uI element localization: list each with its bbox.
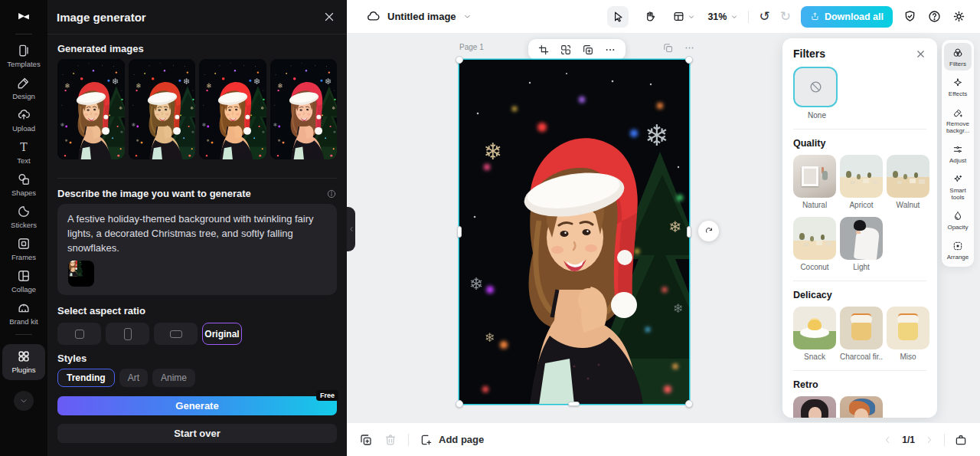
panel-collapse-handle[interactable] [347, 207, 355, 251]
sidebar-item-stickers[interactable]: Stickers [2, 204, 45, 230]
filter-thumb [887, 307, 929, 349]
aspect-portrait-button[interactable] [106, 323, 149, 345]
tool-arrange[interactable]: Arrange [944, 236, 972, 264]
document-title-menu[interactable]: Untitled image [366, 9, 472, 24]
sidebar-item-brand-kit[interactable]: Brand kit [2, 300, 45, 326]
settings-gear-icon[interactable] [952, 9, 966, 24]
sidebar-item-frames[interactable]: Frames [2, 236, 45, 262]
sidebar-item-shapes[interactable]: Shapes [2, 172, 45, 198]
canvas-image[interactable] [459, 60, 689, 404]
tool-effects[interactable]: Effects [944, 73, 972, 100]
duplicate-icon[interactable] [582, 44, 594, 56]
sidebar-item-plugins[interactable]: Plugins [2, 344, 45, 380]
topbar: Untitled image 31% ↺ [347, 0, 980, 34]
add-page-button[interactable]: Add page [420, 433, 484, 447]
filter-thumb [793, 396, 836, 418]
tool-opacity[interactable]: Opacity [944, 206, 972, 234]
generated-image-2[interactable] [129, 59, 196, 159]
start-over-button[interactable]: Start over [57, 424, 337, 443]
sidebar-item-design[interactable]: Design [2, 75, 45, 101]
filter-label: Apricot [840, 201, 883, 209]
resize-handle-top-left[interactable] [456, 56, 463, 64]
duplicate-page-icon[interactable] [662, 42, 674, 54]
next-page-icon[interactable] [924, 435, 935, 445]
sidebar-item-label: Templates [7, 61, 40, 69]
resize-handle-bottom-right[interactable] [685, 400, 693, 408]
generated-image-3[interactable] [199, 59, 266, 159]
undo-button[interactable]: ↺ [759, 10, 769, 23]
aspect-original-button[interactable]: Original [202, 323, 242, 345]
arrange-icon [952, 240, 964, 252]
sidebar-item-text[interactable]: T Text [2, 139, 45, 166]
divider [408, 434, 409, 446]
filter-tile-miso[interactable]: Miso [887, 307, 929, 361]
filter-tile-light[interactable]: Light [840, 217, 883, 271]
rail-more-button[interactable] [14, 391, 34, 411]
generated-image-4[interactable] [270, 59, 338, 159]
resize-handle-right[interactable] [687, 226, 691, 238]
sidebar-item-upload[interactable]: Upload [2, 107, 45, 133]
page-more-icon[interactable] [684, 42, 695, 54]
help-icon[interactable] [927, 9, 942, 24]
close-icon[interactable] [322, 10, 336, 24]
filter-tile-walnut[interactable]: Walnut [887, 155, 929, 209]
regenerate-button[interactable] [698, 221, 719, 241]
resize-handle-bottom[interactable] [568, 402, 580, 406]
select-tool-button[interactable] [607, 6, 629, 28]
filter-tile-apricot[interactable]: Apricot [840, 155, 883, 209]
tool-smart-tools[interactable]: Smart tools [944, 169, 972, 204]
duplicate-page-icon[interactable] [359, 433, 373, 447]
filter-tile-retro-2[interactable] [840, 396, 883, 418]
filter-tile-natural[interactable]: Natural [793, 155, 836, 209]
prompt-attachment-thumbnail[interactable] [68, 261, 94, 287]
more-icon[interactable] [604, 44, 616, 56]
filter-label: Natural [793, 201, 836, 209]
prompt-input[interactable]: A festive holiday-themed background with… [57, 204, 337, 295]
filter-tile-snack[interactable]: Snack [793, 307, 836, 361]
sidebar-item-label: Shapes [11, 189, 36, 198]
canvas-area: Page 1 [347, 34, 980, 422]
filter-tile-retro-1[interactable] [793, 396, 836, 418]
smart-tools-sparkle-icon [952, 173, 964, 185]
tool-filters[interactable]: Filters [944, 43, 972, 71]
filter-tile-none[interactable] [793, 67, 838, 107]
previous-page-icon[interactable] [882, 435, 893, 445]
opacity-droplet-icon [952, 210, 964, 222]
remove-background-icon [952, 107, 964, 119]
generated-images-row [57, 59, 337, 159]
info-icon[interactable] [326, 189, 337, 199]
filter-tile-charcoal-fir[interactable]: Charcoal fir... [840, 307, 883, 361]
aspect-landscape-button[interactable] [154, 323, 198, 345]
capcut-logo[interactable] [12, 7, 35, 27]
resize-handle-top-right[interactable] [685, 56, 693, 64]
tool-label: Remove backgr... [944, 120, 972, 134]
style-chip-anime[interactable]: Anime [152, 369, 195, 387]
layout-tool-button[interactable] [670, 6, 697, 28]
rotate-icon [704, 226, 714, 237]
generated-image-1[interactable] [57, 59, 125, 159]
filter-tile-coconut[interactable]: Coconut [793, 217, 836, 271]
filter-label: Walnut [887, 201, 929, 209]
shield-check-icon[interactable] [903, 9, 917, 24]
tool-remove-background[interactable]: Remove backgr... [944, 103, 972, 137]
capcut-logo-icon [14, 8, 34, 25]
tool-label: Filters [949, 61, 966, 67]
style-chip-art[interactable]: Art [119, 369, 148, 387]
zoom-control[interactable]: 31% [707, 11, 738, 22]
close-icon[interactable] [915, 48, 926, 60]
replace-icon[interactable] [560, 44, 572, 56]
crop-icon[interactable] [537, 44, 550, 56]
sidebar-item-templates[interactable]: Templates [2, 43, 45, 69]
resize-handle-bottom-left[interactable] [456, 400, 463, 408]
delete-page-icon[interactable] [384, 433, 397, 447]
download-all-button[interactable]: Download all [801, 6, 893, 28]
sidebar-item-collage[interactable]: Collage [2, 268, 45, 294]
generate-button[interactable]: Generate [57, 396, 337, 415]
tool-adjust[interactable]: Adjust [944, 139, 972, 167]
hand-tool-button[interactable] [639, 6, 660, 28]
style-chip-trending[interactable]: Trending [57, 369, 115, 387]
redo-button[interactable]: ↻ [780, 10, 791, 23]
present-icon[interactable] [954, 433, 968, 447]
resize-handle-left[interactable] [457, 226, 462, 238]
aspect-square-button[interactable] [57, 323, 101, 345]
